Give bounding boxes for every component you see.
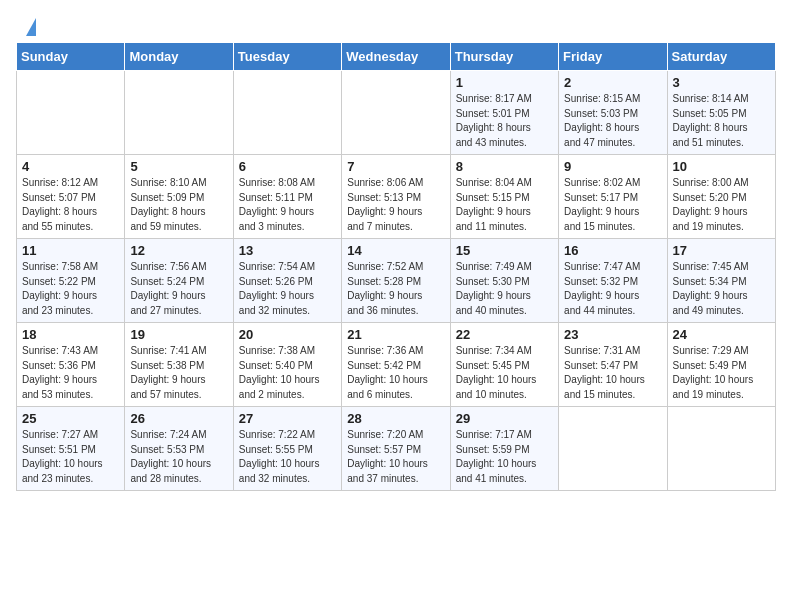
calendar-cell: 29Sunrise: 7:17 AM Sunset: 5:59 PM Dayli… — [450, 407, 558, 491]
calendar-cell — [667, 407, 775, 491]
day-number: 9 — [564, 159, 661, 174]
calendar-cell: 5Sunrise: 8:10 AM Sunset: 5:09 PM Daylig… — [125, 155, 233, 239]
weekday-tuesday: Tuesday — [233, 43, 341, 71]
day-info: Sunrise: 7:43 AM Sunset: 5:36 PM Dayligh… — [22, 344, 119, 402]
logo — [24, 18, 36, 36]
day-info: Sunrise: 7:47 AM Sunset: 5:32 PM Dayligh… — [564, 260, 661, 318]
day-number: 19 — [130, 327, 227, 342]
day-info: Sunrise: 7:56 AM Sunset: 5:24 PM Dayligh… — [130, 260, 227, 318]
day-number: 4 — [22, 159, 119, 174]
calendar: SundayMondayTuesdayWednesdayThursdayFrid… — [0, 42, 792, 507]
weekday-thursday: Thursday — [450, 43, 558, 71]
day-number: 5 — [130, 159, 227, 174]
calendar-cell: 14Sunrise: 7:52 AM Sunset: 5:28 PM Dayli… — [342, 239, 450, 323]
day-info: Sunrise: 8:12 AM Sunset: 5:07 PM Dayligh… — [22, 176, 119, 234]
week-row-3: 11Sunrise: 7:58 AM Sunset: 5:22 PM Dayli… — [17, 239, 776, 323]
calendar-cell: 7Sunrise: 8:06 AM Sunset: 5:13 PM Daylig… — [342, 155, 450, 239]
calendar-cell: 11Sunrise: 7:58 AM Sunset: 5:22 PM Dayli… — [17, 239, 125, 323]
day-info: Sunrise: 7:41 AM Sunset: 5:38 PM Dayligh… — [130, 344, 227, 402]
day-number: 1 — [456, 75, 553, 90]
day-number: 21 — [347, 327, 444, 342]
day-number: 27 — [239, 411, 336, 426]
day-info: Sunrise: 8:04 AM Sunset: 5:15 PM Dayligh… — [456, 176, 553, 234]
day-number: 26 — [130, 411, 227, 426]
day-number: 8 — [456, 159, 553, 174]
calendar-cell: 22Sunrise: 7:34 AM Sunset: 5:45 PM Dayli… — [450, 323, 558, 407]
calendar-cell: 18Sunrise: 7:43 AM Sunset: 5:36 PM Dayli… — [17, 323, 125, 407]
day-info: Sunrise: 7:36 AM Sunset: 5:42 PM Dayligh… — [347, 344, 444, 402]
weekday-friday: Friday — [559, 43, 667, 71]
day-number: 28 — [347, 411, 444, 426]
day-info: Sunrise: 7:17 AM Sunset: 5:59 PM Dayligh… — [456, 428, 553, 486]
day-number: 23 — [564, 327, 661, 342]
calendar-cell: 12Sunrise: 7:56 AM Sunset: 5:24 PM Dayli… — [125, 239, 233, 323]
day-number: 15 — [456, 243, 553, 258]
day-info: Sunrise: 7:52 AM Sunset: 5:28 PM Dayligh… — [347, 260, 444, 318]
day-info: Sunrise: 7:31 AM Sunset: 5:47 PM Dayligh… — [564, 344, 661, 402]
weekday-sunday: Sunday — [17, 43, 125, 71]
day-info: Sunrise: 7:20 AM Sunset: 5:57 PM Dayligh… — [347, 428, 444, 486]
day-info: Sunrise: 7:27 AM Sunset: 5:51 PM Dayligh… — [22, 428, 119, 486]
day-number: 7 — [347, 159, 444, 174]
day-info: Sunrise: 8:17 AM Sunset: 5:01 PM Dayligh… — [456, 92, 553, 150]
calendar-cell: 13Sunrise: 7:54 AM Sunset: 5:26 PM Dayli… — [233, 239, 341, 323]
day-number: 22 — [456, 327, 553, 342]
day-info: Sunrise: 8:02 AM Sunset: 5:17 PM Dayligh… — [564, 176, 661, 234]
week-row-1: 1Sunrise: 8:17 AM Sunset: 5:01 PM Daylig… — [17, 71, 776, 155]
calendar-cell — [559, 407, 667, 491]
day-number: 18 — [22, 327, 119, 342]
day-info: Sunrise: 7:34 AM Sunset: 5:45 PM Dayligh… — [456, 344, 553, 402]
day-number: 29 — [456, 411, 553, 426]
day-number: 25 — [22, 411, 119, 426]
calendar-cell: 8Sunrise: 8:04 AM Sunset: 5:15 PM Daylig… — [450, 155, 558, 239]
calendar-cell: 9Sunrise: 8:02 AM Sunset: 5:17 PM Daylig… — [559, 155, 667, 239]
calendar-cell: 2Sunrise: 8:15 AM Sunset: 5:03 PM Daylig… — [559, 71, 667, 155]
day-info: Sunrise: 7:49 AM Sunset: 5:30 PM Dayligh… — [456, 260, 553, 318]
calendar-cell: 10Sunrise: 8:00 AM Sunset: 5:20 PM Dayli… — [667, 155, 775, 239]
day-info: Sunrise: 8:08 AM Sunset: 5:11 PM Dayligh… — [239, 176, 336, 234]
day-number: 20 — [239, 327, 336, 342]
calendar-cell: 3Sunrise: 8:14 AM Sunset: 5:05 PM Daylig… — [667, 71, 775, 155]
day-info: Sunrise: 7:29 AM Sunset: 5:49 PM Dayligh… — [673, 344, 770, 402]
day-info: Sunrise: 7:24 AM Sunset: 5:53 PM Dayligh… — [130, 428, 227, 486]
logo-triangle-icon — [26, 18, 36, 36]
day-info: Sunrise: 8:00 AM Sunset: 5:20 PM Dayligh… — [673, 176, 770, 234]
day-number: 14 — [347, 243, 444, 258]
calendar-body: 1Sunrise: 8:17 AM Sunset: 5:01 PM Daylig… — [17, 71, 776, 491]
week-row-5: 25Sunrise: 7:27 AM Sunset: 5:51 PM Dayli… — [17, 407, 776, 491]
calendar-cell: 19Sunrise: 7:41 AM Sunset: 5:38 PM Dayli… — [125, 323, 233, 407]
day-number: 16 — [564, 243, 661, 258]
day-number: 12 — [130, 243, 227, 258]
page-header — [0, 0, 792, 42]
day-number: 2 — [564, 75, 661, 90]
calendar-cell: 27Sunrise: 7:22 AM Sunset: 5:55 PM Dayli… — [233, 407, 341, 491]
day-number: 24 — [673, 327, 770, 342]
calendar-cell: 23Sunrise: 7:31 AM Sunset: 5:47 PM Dayli… — [559, 323, 667, 407]
day-number: 10 — [673, 159, 770, 174]
calendar-cell — [17, 71, 125, 155]
calendar-table: SundayMondayTuesdayWednesdayThursdayFrid… — [16, 42, 776, 491]
calendar-cell: 25Sunrise: 7:27 AM Sunset: 5:51 PM Dayli… — [17, 407, 125, 491]
day-info: Sunrise: 8:06 AM Sunset: 5:13 PM Dayligh… — [347, 176, 444, 234]
calendar-cell: 4Sunrise: 8:12 AM Sunset: 5:07 PM Daylig… — [17, 155, 125, 239]
day-number: 11 — [22, 243, 119, 258]
calendar-cell: 28Sunrise: 7:20 AM Sunset: 5:57 PM Dayli… — [342, 407, 450, 491]
day-number: 6 — [239, 159, 336, 174]
day-info: Sunrise: 7:22 AM Sunset: 5:55 PM Dayligh… — [239, 428, 336, 486]
calendar-cell: 1Sunrise: 8:17 AM Sunset: 5:01 PM Daylig… — [450, 71, 558, 155]
day-number: 3 — [673, 75, 770, 90]
day-info: Sunrise: 8:14 AM Sunset: 5:05 PM Dayligh… — [673, 92, 770, 150]
calendar-cell: 20Sunrise: 7:38 AM Sunset: 5:40 PM Dayli… — [233, 323, 341, 407]
calendar-cell: 26Sunrise: 7:24 AM Sunset: 5:53 PM Dayli… — [125, 407, 233, 491]
weekday-saturday: Saturday — [667, 43, 775, 71]
day-info: Sunrise: 7:38 AM Sunset: 5:40 PM Dayligh… — [239, 344, 336, 402]
calendar-cell — [342, 71, 450, 155]
week-row-2: 4Sunrise: 8:12 AM Sunset: 5:07 PM Daylig… — [17, 155, 776, 239]
weekday-monday: Monday — [125, 43, 233, 71]
calendar-cell: 6Sunrise: 8:08 AM Sunset: 5:11 PM Daylig… — [233, 155, 341, 239]
day-number: 13 — [239, 243, 336, 258]
weekday-header-row: SundayMondayTuesdayWednesdayThursdayFrid… — [17, 43, 776, 71]
calendar-cell — [233, 71, 341, 155]
day-info: Sunrise: 8:15 AM Sunset: 5:03 PM Dayligh… — [564, 92, 661, 150]
calendar-cell: 21Sunrise: 7:36 AM Sunset: 5:42 PM Dayli… — [342, 323, 450, 407]
